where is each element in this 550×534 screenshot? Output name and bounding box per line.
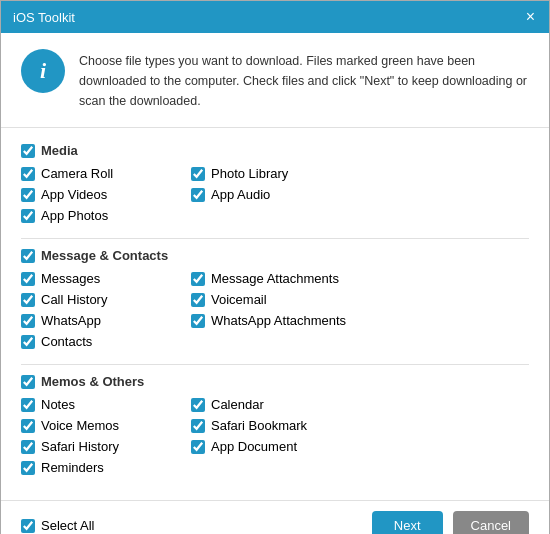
- photo-library-checkbox[interactable]: [191, 167, 205, 181]
- list-item[interactable]: Contacts: [21, 333, 191, 350]
- list-item[interactable]: Messages: [21, 270, 191, 287]
- info-section: i Choose file types you want to download…: [1, 33, 549, 128]
- list-item[interactable]: Safari Bookmark: [191, 417, 361, 434]
- checkbox-label: Safari History: [41, 439, 119, 454]
- footer: Select All Next Cancel: [1, 500, 549, 534]
- calendar-checkbox[interactable]: [191, 398, 205, 412]
- next-button[interactable]: Next: [372, 511, 443, 534]
- checkbox-label: App Photos: [41, 208, 108, 223]
- whatsapp-checkbox[interactable]: [21, 314, 35, 328]
- info-icon: i: [21, 49, 65, 93]
- app-videos-checkbox[interactable]: [21, 188, 35, 202]
- list-item[interactable]: App Videos: [21, 186, 191, 203]
- memos-others-section: Memos & Others Notes Voice Memos Safar: [21, 373, 529, 476]
- message-contacts-section: Message & Contacts Messages Call History: [21, 247, 529, 350]
- list-item[interactable]: Notes: [21, 396, 191, 413]
- list-item[interactable]: App Photos: [21, 207, 191, 224]
- app-photos-checkbox[interactable]: [21, 209, 35, 223]
- message-attachments-checkbox[interactable]: [191, 272, 205, 286]
- footer-left: Select All: [21, 517, 94, 534]
- checkbox-label: Calendar: [211, 397, 264, 412]
- close-button[interactable]: ×: [524, 9, 537, 25]
- list-item[interactable]: Message Attachments: [191, 270, 391, 287]
- checkbox-label: App Videos: [41, 187, 107, 202]
- msg-col-0: Messages Call History WhatsApp: [21, 270, 191, 329]
- voicemail-checkbox[interactable]: [191, 293, 205, 307]
- msg-col-2: Contacts: [21, 333, 191, 350]
- message-contacts-checkboxes: Messages Call History WhatsApp Message A…: [21, 270, 529, 350]
- checkbox-label: Voice Memos: [41, 418, 119, 433]
- memos-col-1: Calendar Safari Bookmark App Document: [191, 396, 361, 455]
- safari-bookmark-checkbox[interactable]: [191, 419, 205, 433]
- select-all-label: Select All: [41, 518, 94, 533]
- app-audio-checkbox[interactable]: [191, 188, 205, 202]
- message-contacts-section-label: Message & Contacts: [41, 248, 168, 263]
- memos-col-0: Notes Voice Memos Safari History: [21, 396, 191, 455]
- list-item[interactable]: Camera Roll: [21, 165, 191, 182]
- contacts-checkbox[interactable]: [21, 335, 35, 349]
- checkbox-label: App Audio: [211, 187, 270, 202]
- camera-roll-checkbox[interactable]: [21, 167, 35, 181]
- cancel-button[interactable]: Cancel: [453, 511, 529, 534]
- footer-right: Next Cancel: [372, 511, 529, 534]
- safari-history-checkbox[interactable]: [21, 440, 35, 454]
- list-item[interactable]: App Document: [191, 438, 361, 455]
- call-history-checkbox[interactable]: [21, 293, 35, 307]
- messages-checkbox[interactable]: [21, 272, 35, 286]
- title-bar: iOS Toolkit ×: [1, 1, 549, 33]
- checkbox-label: WhatsApp: [41, 313, 101, 328]
- checkbox-label: WhatsApp Attachments: [211, 313, 346, 328]
- content-area: Media Camera Roll App Videos: [1, 128, 549, 500]
- list-item[interactable]: Reminders: [21, 459, 191, 476]
- media-col-2: App Photos: [21, 207, 191, 224]
- app-document-checkbox[interactable]: [191, 440, 205, 454]
- checkbox-label: Notes: [41, 397, 75, 412]
- notes-checkbox[interactable]: [21, 398, 35, 412]
- message-contacts-header-checkbox[interactable]: [21, 249, 35, 263]
- info-text: Choose file types you want to download. …: [79, 49, 529, 111]
- media-section-header: Media: [21, 142, 529, 159]
- checkbox-label: Photo Library: [211, 166, 288, 181]
- message-contacts-header: Message & Contacts: [21, 247, 529, 264]
- list-item[interactable]: Voicemail: [191, 291, 391, 308]
- media-header-checkbox-item[interactable]: Media: [21, 142, 529, 159]
- list-item[interactable]: Safari History: [21, 438, 191, 455]
- list-item[interactable]: App Audio: [191, 186, 361, 203]
- list-item[interactable]: WhatsApp: [21, 312, 191, 329]
- divider-1: [21, 238, 529, 239]
- media-col-1: Photo Library App Audio: [191, 165, 361, 203]
- checkbox-label: Reminders: [41, 460, 104, 475]
- whatsapp-attachments-checkbox[interactable]: [191, 314, 205, 328]
- memos-others-section-label: Memos & Others: [41, 374, 144, 389]
- checkbox-label: Call History: [41, 292, 107, 307]
- memos-others-header: Memos & Others: [21, 373, 529, 390]
- memos-others-header-checkbox[interactable]: [21, 375, 35, 389]
- main-window: iOS Toolkit × i Choose file types you wa…: [0, 0, 550, 534]
- select-all-item[interactable]: Select All: [21, 517, 94, 534]
- voice-memos-checkbox[interactable]: [21, 419, 35, 433]
- checkbox-label: Safari Bookmark: [211, 418, 307, 433]
- media-checkboxes: Camera Roll App Videos Photo Library App: [21, 165, 529, 224]
- media-section: Media Camera Roll App Videos: [21, 142, 529, 224]
- list-item[interactable]: Photo Library: [191, 165, 361, 182]
- select-all-checkbox[interactable]: [21, 519, 35, 533]
- checkbox-label: Message Attachments: [211, 271, 339, 286]
- memos-others-header-checkbox-item[interactable]: Memos & Others: [21, 373, 529, 390]
- msg-col-1: Message Attachments Voicemail WhatsApp A…: [191, 270, 391, 329]
- list-item[interactable]: Call History: [21, 291, 191, 308]
- media-header-checkbox[interactable]: [21, 144, 35, 158]
- list-item[interactable]: Calendar: [191, 396, 361, 413]
- checkbox-label: App Document: [211, 439, 297, 454]
- memos-col-2: Reminders: [21, 459, 191, 476]
- checkbox-label: Voicemail: [211, 292, 267, 307]
- message-contacts-header-checkbox-item[interactable]: Message & Contacts: [21, 247, 529, 264]
- memos-checkboxes: Notes Voice Memos Safari History Calenda…: [21, 396, 529, 476]
- media-col-0: Camera Roll App Videos: [21, 165, 191, 203]
- divider-2: [21, 364, 529, 365]
- reminders-checkbox[interactable]: [21, 461, 35, 475]
- checkbox-label: Messages: [41, 271, 100, 286]
- media-section-label: Media: [41, 143, 78, 158]
- list-item[interactable]: Voice Memos: [21, 417, 191, 434]
- checkbox-label: Camera Roll: [41, 166, 113, 181]
- list-item[interactable]: WhatsApp Attachments: [191, 312, 391, 329]
